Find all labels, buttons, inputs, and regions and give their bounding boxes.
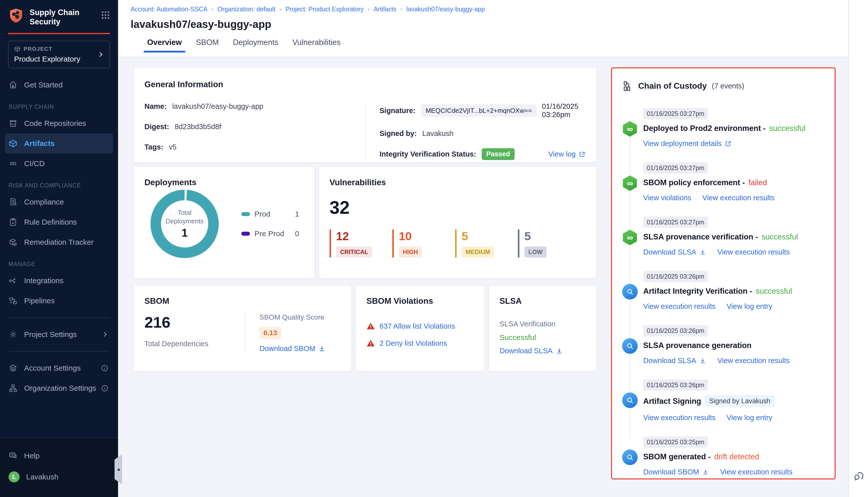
download-sbom-link[interactable]: Download SBOM — [643, 468, 709, 476]
total-deployments-value: 1 — [182, 227, 188, 239]
prod-swatch — [241, 212, 250, 216]
document-search-icon — [9, 198, 18, 207]
allow-list-violations-row: 637 Allow list Violations — [366, 322, 474, 330]
high-count: 10 — [399, 229, 455, 243]
avatar: L — [9, 471, 19, 482]
app-switcher-grid-icon[interactable] — [100, 10, 111, 20]
support-chat-icon[interactable] — [853, 470, 865, 482]
warning-triangle-icon — [366, 322, 375, 330]
sidebar-divider — [9, 317, 110, 318]
sidebar-item-pipelines[interactable]: Pipelines — [5, 291, 113, 311]
event-title: SBOM policy enforcement - — [643, 178, 745, 187]
slsa-verification-label: SLSA Verification — [500, 320, 586, 328]
view-log-entry-link[interactable]: View log entry — [727, 414, 772, 422]
sbom-title: SBOM — [144, 296, 341, 306]
view-execution-results-link[interactable]: View execution results — [717, 357, 790, 365]
sidebar-item-integrations[interactable]: Integrations — [5, 271, 113, 291]
sidebar-item-account-settings[interactable]: Account Settings — [5, 358, 113, 378]
artifact-cube-icon — [9, 139, 18, 148]
tab-deployments[interactable]: Deployments — [233, 38, 278, 53]
total-dependencies-label: Total Dependencies — [144, 340, 245, 348]
download-slsa-link[interactable]: Download SLSA — [643, 248, 706, 256]
help-chat-icon: ? — [9, 451, 18, 460]
download-icon — [318, 345, 326, 353]
download-sbom-link[interactable]: Download SBOM — [259, 344, 326, 353]
scan-search-icon — [622, 450, 638, 465]
breadcrumb-separator: › — [400, 6, 402, 13]
view-execution-results-link[interactable]: View execution results — [720, 468, 792, 476]
event-title: SBOM generated - — [643, 452, 711, 461]
vertical-divider — [365, 102, 366, 160]
link-label: Download SBOM — [643, 468, 699, 476]
integrity-status-label: Integrity Verification Status: — [379, 150, 476, 158]
event-status: successful — [769, 124, 806, 133]
severity-medium: 5 MEDIUM — [455, 229, 518, 257]
chain-event-slsa-verification: ∞ 01/16/2025 03:27pm SLSA provenance ver… — [622, 217, 825, 256]
view-log-entry-link[interactable]: View log entry — [727, 302, 772, 311]
sidebar-item-remediation-tracker[interactable]: Remediation Tracker — [5, 232, 113, 252]
download-icon — [699, 357, 706, 364]
slsa-verification-status: Successful — [500, 333, 586, 342]
sidebar-item-help[interactable]: ? Help — [5, 446, 113, 466]
chain-event-deploy: ∞ 01/16/2025 03:27pm Deployed to Prod2 e… — [622, 108, 825, 148]
breadcrumb: Account: Automation-SSCA › Organization:… — [131, 5, 838, 13]
tab-vulnerabilities[interactable]: Vulnerabilities — [292, 38, 341, 53]
sbom-quality-score-value: 6.13 — [259, 327, 281, 339]
view-log-link[interactable]: View log — [548, 150, 586, 158]
breadcrumb-artifacts[interactable]: Artifacts — [374, 5, 396, 13]
external-link-icon — [579, 151, 586, 158]
pipeline-infinity-icon: ∞ — [622, 121, 638, 137]
chain-event-integrity-verification: 01/16/2025 03:26pm Artifact Integrity Ve… — [622, 271, 825, 311]
sidebar-item-cicd[interactable]: CI/CD — [5, 154, 113, 174]
sbom-quality-score-label: SBOM Quality Score — [259, 313, 326, 321]
signature-value-chip[interactable]: MEQCICde2VjIT...bL+2+mqnOXw== — [421, 104, 536, 117]
view-execution-results-link[interactable]: View execution results — [643, 414, 715, 422]
critical-badge: CRITICAL — [336, 246, 372, 257]
sidebar-item-organization-settings[interactable]: Organization Settings — [5, 378, 113, 398]
sidebar-item-compliance[interactable]: Compliance — [5, 192, 113, 212]
breadcrumb-current[interactable]: lavakush07/easy-buggy-app — [406, 5, 485, 13]
allow-list-violations-link[interactable]: 637 Allow list Violations — [379, 322, 455, 330]
chain-of-custody-panel: Chain of Custody (7 events) ∞ 01/16/2025… — [611, 67, 836, 479]
breadcrumb-organization[interactable]: Organization: default — [217, 5, 276, 13]
download-slsa-link[interactable]: Download SLSA — [643, 357, 706, 365]
view-violations-link[interactable]: View violations — [643, 194, 691, 202]
view-execution-results-link[interactable]: View execution results — [702, 194, 775, 202]
tab-sbom[interactable]: SBOM — [196, 38, 219, 53]
breadcrumb-separator: › — [212, 6, 214, 13]
breadcrumb-project[interactable]: Project: Product Exploratory — [285, 5, 363, 13]
cube-icon — [14, 46, 20, 52]
breadcrumb-separator: › — [368, 6, 370, 13]
tab-overview[interactable]: Overview — [147, 38, 182, 53]
project-selector[interactable]: PROJECT Product Exploratory — [8, 41, 110, 68]
download-icon — [699, 249, 706, 256]
breadcrumb-account[interactable]: Account: Automation-SSCA — [131, 5, 207, 13]
sidebar-item-user[interactable]: L Lavakush — [5, 466, 113, 488]
sidebar-section-supply-chain: SUPPLY CHAIN — [5, 95, 113, 113]
legend-item-prod: Prod 1 — [241, 210, 299, 218]
chain-event-sbom-policy: ∞ 01/16/2025 03:27pm SBOM policy enforce… — [622, 162, 825, 202]
home-icon — [9, 81, 18, 89]
deployments-legend: Prod 1 Pre Prod 0 — [241, 210, 299, 238]
legend-value: 0 — [295, 229, 299, 238]
svg-text:?: ? — [11, 453, 13, 457]
download-slsa-link[interactable]: Download SLSA — [500, 347, 586, 355]
event-timestamp: 01/16/2025 03:27pm — [643, 108, 708, 119]
view-deployment-details-link[interactable]: View deployment details — [643, 140, 732, 148]
chain-of-custody-title: Chain of Custody — [638, 81, 707, 91]
sidebar-item-rule-definitions[interactable]: Rule Definitions — [5, 212, 113, 232]
sidebar-item-get-started[interactable]: Get Started — [5, 75, 113, 95]
sidebar-item-code-repositories[interactable]: Code Repositories — [5, 113, 113, 133]
view-execution-results-link[interactable]: View execution results — [717, 248, 790, 256]
overview-cards-column: General Information Name:lavakush07/easy… — [134, 67, 596, 497]
view-execution-results-link[interactable]: View execution results — [643, 302, 715, 311]
deny-list-violations-link[interactable]: 2 Deny list Violations — [379, 339, 447, 347]
sidebar-item-project-settings[interactable]: Project Settings — [5, 324, 113, 344]
pipelines-icon — [9, 296, 18, 305]
severity-breakdown: 12 CRITICAL 10 HIGH 5 MEDIUM — [330, 229, 586, 257]
event-timestamp: 01/16/2025 03:27pm — [643, 162, 708, 174]
sidebar-item-label: Artifacts — [24, 139, 55, 148]
severity-critical: 12 CRITICAL — [330, 229, 392, 257]
sidebar-item-artifacts[interactable]: Artifacts — [5, 133, 113, 154]
sidebar-item-label: Pipelines — [24, 297, 55, 305]
